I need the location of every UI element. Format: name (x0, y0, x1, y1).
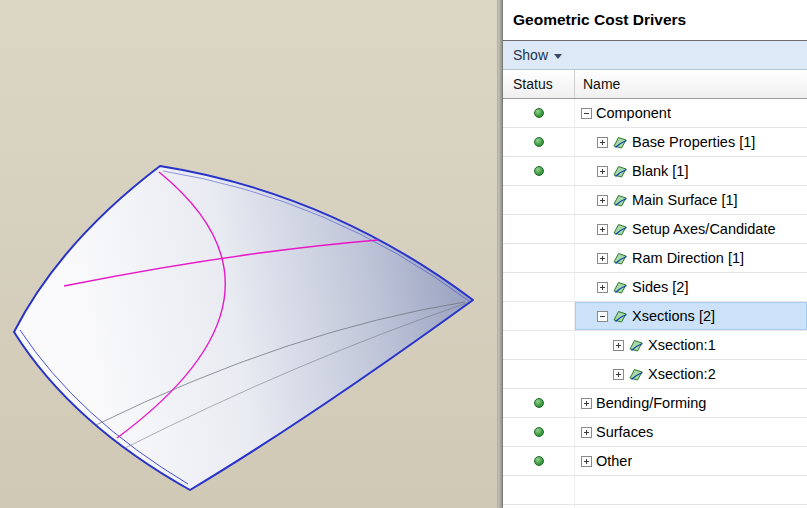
geometry-icon (612, 309, 628, 323)
table-row[interactable]: Sides [2] (503, 273, 807, 302)
expand-toggle[interactable] (597, 311, 608, 322)
tree-node[interactable]: Component (575, 99, 807, 127)
status-cell (503, 331, 575, 359)
status-cell (503, 215, 575, 243)
expand-toggle[interactable] (613, 369, 624, 380)
tree-node-label: Base Properties [1] (632, 134, 755, 150)
tree-node[interactable]: Surfaces (575, 418, 807, 446)
tree-node-label: Blank [1] (632, 163, 688, 179)
tree-node[interactable]: Base Properties [1] (575, 128, 807, 156)
grid-header: Status Name (503, 70, 807, 99)
3d-viewport[interactable] (0, 0, 497, 508)
chevron-down-icon (554, 54, 562, 59)
column-header-name[interactable]: Name (575, 70, 807, 98)
status-cell (503, 302, 575, 330)
show-toolbar: Show (503, 41, 807, 70)
show-dropdown-label: Show (513, 47, 548, 63)
expand-toggle[interactable] (597, 282, 608, 293)
table-row[interactable]: Xsections [2] (503, 302, 807, 331)
expand-toggle[interactable] (581, 398, 592, 409)
tree-node-label: Ram Direction [1] (632, 250, 744, 266)
status-cell (503, 244, 575, 272)
table-row[interactable]: Surfaces (503, 418, 807, 447)
3d-surface-model (0, 0, 497, 508)
status-dot (534, 398, 544, 408)
tree-node-label: Main Surface [1] (632, 192, 738, 208)
expand-toggle[interactable] (613, 340, 624, 351)
tree-node[interactable]: Sides [2] (575, 273, 807, 301)
expand-toggle[interactable] (581, 108, 592, 119)
geometric-cost-drivers-panel: Geometric Cost Drivers Show Status Name … (503, 0, 807, 508)
geometry-icon (612, 222, 628, 236)
show-dropdown-button[interactable]: Show (513, 47, 562, 63)
geometry-icon (612, 251, 628, 265)
table-row[interactable]: Xsection:2 (503, 360, 807, 389)
tree-node[interactable]: Other (575, 447, 807, 475)
status-dot (534, 456, 544, 466)
status-cell (503, 389, 575, 417)
status-cell (503, 157, 575, 185)
status-dot (534, 166, 544, 176)
status-cell (503, 186, 575, 214)
status-dot (534, 108, 544, 118)
panel-title: Geometric Cost Drivers (503, 0, 807, 41)
table-row[interactable]: Other (503, 447, 807, 476)
empty-row (503, 476, 807, 505)
expand-toggle[interactable] (597, 166, 608, 177)
status-cell (503, 360, 575, 388)
geometry-icon (612, 164, 628, 178)
column-header-status[interactable]: Status (503, 70, 575, 98)
tree-node-label: Surfaces (596, 424, 653, 440)
tree-node-label: Sides [2] (632, 279, 688, 295)
tree-node-label: Other (596, 453, 632, 469)
status-dot (534, 427, 544, 437)
tree-rows: Component Base Properties [1] (503, 99, 807, 508)
tree-node-label: Xsections [2] (632, 308, 715, 324)
tree-node-label: Component (596, 105, 671, 121)
table-row[interactable]: Xsection:1 (503, 331, 807, 360)
tree-node-label: Xsection:2 (648, 366, 716, 382)
app-window: Geometric Cost Drivers Show Status Name … (0, 0, 807, 508)
tree-node[interactable]: Ram Direction [1] (575, 244, 807, 272)
expand-toggle[interactable] (597, 137, 608, 148)
status-cell (503, 99, 575, 127)
table-row[interactable]: Base Properties [1] (503, 128, 807, 157)
expand-toggle[interactable] (597, 195, 608, 206)
tree-node[interactable]: Xsection:1 (575, 331, 807, 359)
tree-node[interactable]: Bending/Forming (575, 389, 807, 417)
tree-node-label: Bending/Forming (596, 395, 706, 411)
tree-node-label: Xsection:1 (648, 337, 716, 353)
table-row[interactable]: Component (503, 99, 807, 128)
tree-node[interactable]: Setup Axes/Candidate (575, 215, 807, 243)
expand-toggle[interactable] (581, 456, 592, 467)
tree-node[interactable]: Xsections [2] (575, 302, 807, 330)
expand-toggle[interactable] (581, 427, 592, 438)
expand-toggle[interactable] (597, 253, 608, 264)
status-dot (534, 137, 544, 147)
tree-node-label: Setup Axes/Candidate (632, 221, 776, 237)
table-row[interactable]: Ram Direction [1] (503, 244, 807, 273)
status-cell (503, 273, 575, 301)
status-cell (503, 447, 575, 475)
geometry-icon (628, 367, 644, 381)
table-row[interactable]: Setup Axes/Candidate (503, 215, 807, 244)
table-row[interactable]: Main Surface [1] (503, 186, 807, 215)
geometry-icon (612, 280, 628, 294)
geometry-icon (628, 338, 644, 352)
status-cell (503, 418, 575, 446)
expand-toggle[interactable] (597, 224, 608, 235)
tree-node[interactable]: Main Surface [1] (575, 186, 807, 214)
geometry-icon (612, 135, 628, 149)
table-row[interactable]: Bending/Forming (503, 389, 807, 418)
status-cell (503, 128, 575, 156)
table-row[interactable]: Blank [1] (503, 157, 807, 186)
geometry-icon (612, 193, 628, 207)
tree-node[interactable]: Xsection:2 (575, 360, 807, 388)
tree-node[interactable]: Blank [1] (575, 157, 807, 185)
